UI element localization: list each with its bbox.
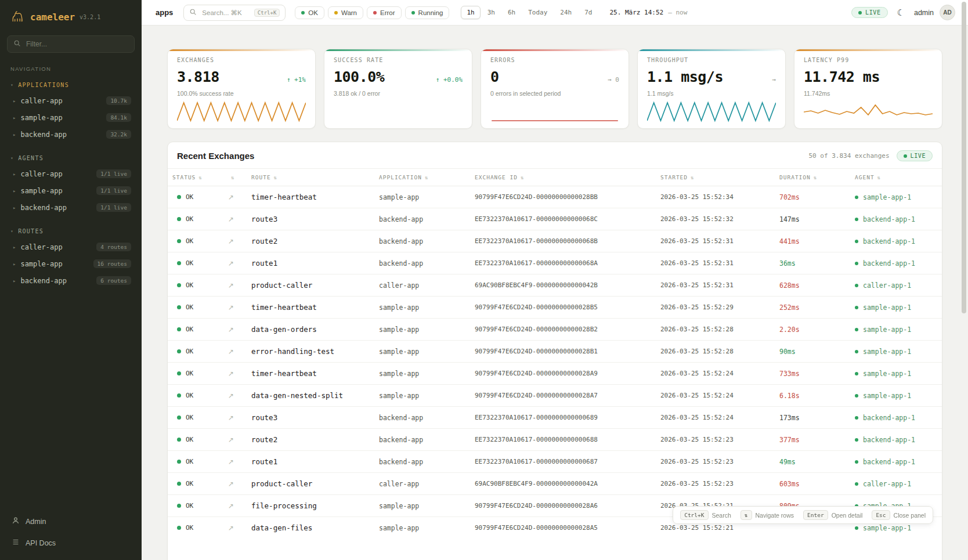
open-detail-icon[interactable]: ↗: [228, 524, 234, 532]
sidebar-item-route[interactable]: ▸ backend-app 6 routes: [7, 272, 135, 289]
status-ok-dot-icon: [177, 438, 181, 442]
theme-toggle[interactable]: ☾: [894, 6, 908, 19]
time-window[interactable]: 25. März 14:52— now: [609, 9, 687, 16]
agent-dot-icon: [855, 306, 858, 309]
open-detail-icon[interactable]: ↗: [228, 215, 234, 223]
search-input[interactable]: [201, 9, 250, 17]
time-range-button[interactable]: 24h: [554, 6, 577, 19]
column-header[interactable]: STARTED ⇅: [656, 169, 775, 186]
open-detail-icon[interactable]: ↗: [228, 304, 234, 312]
table-row[interactable]: OK ↗ data-gen-orders sample-app 90799F47…: [168, 318, 942, 340]
scrollbar-thumb[interactable]: [962, 2, 966, 313]
section-header-routes[interactable]: ▾ ROUTES: [7, 225, 135, 239]
sidebar-item-agent[interactable]: ▸ backend-app 1/1 live: [7, 199, 135, 216]
open-detail-icon[interactable]: ↗: [228, 458, 234, 466]
open-detail-icon[interactable]: ↗: [228, 281, 234, 290]
sidebar: cameleer v3.2.1 NAVIGATION ▾ APPLICATION…: [0, 0, 142, 560]
table-row[interactable]: OK ↗ timer-heartbeat sample-app 90799F47…: [168, 186, 942, 208]
avatar[interactable]: AD: [940, 5, 955, 20]
sidebar-item-agent[interactable]: ▸ sample-app 1/1 live: [7, 182, 135, 199]
exchange-id-cell: 90799F47E6CD24D-00000000000028A6: [470, 496, 656, 516]
stat-card[interactable]: LATENCY P99 11.742 ms 11.742ms: [794, 49, 942, 129]
time-range-button[interactable]: Today: [522, 6, 553, 19]
sort-icon[interactable]: ⇅: [521, 175, 524, 180]
stat-card[interactable]: ERRORS 0 → 0 0 errors in selected period: [481, 49, 629, 129]
stat-title: LATENCY P99: [804, 57, 933, 63]
table-row[interactable]: OK ↗ route2 backend-app EE7322370A10617-…: [168, 230, 942, 252]
agent-dot-icon: [855, 416, 858, 420]
live-indicator[interactable]: LIVE: [851, 7, 887, 18]
section-header-agents[interactable]: ▾ AGENTS: [7, 152, 135, 165]
open-detail-icon[interactable]: ↗: [228, 392, 234, 400]
column-header[interactable]: ROUTE ⇅: [247, 169, 374, 186]
open-detail-icon[interactable]: ↗: [228, 414, 234, 422]
table-row[interactable]: OK ↗ route3 backend-app EE7322370A10617-…: [168, 406, 942, 428]
table-row[interactable]: OK ↗ route1 backend-app EE7322370A10617-…: [168, 450, 942, 472]
global-search[interactable]: Ctrl+K: [183, 5, 286, 21]
sparkline-chart: [324, 100, 472, 124]
sort-icon[interactable]: ⇅: [425, 175, 428, 180]
table-row[interactable]: OK ↗ route1 backend-app EE7322370A10617-…: [168, 252, 942, 274]
table-row[interactable]: OK ↗ error-handling-test sample-app 9079…: [168, 340, 942, 362]
column-header[interactable]: DURATION ⇅: [775, 169, 850, 186]
status-filters: OK Warn Error Running: [295, 6, 449, 19]
section-header-applications[interactable]: ▾ APPLICATIONS: [7, 79, 135, 92]
chevron-right-icon: ▸: [13, 244, 16, 250]
open-detail-icon[interactable]: ↗: [228, 237, 234, 245]
time-range-button[interactable]: 7d: [579, 6, 598, 19]
page-scrollbar[interactable]: [962, 2, 966, 558]
open-detail-icon[interactable]: ↗: [228, 436, 234, 444]
sidebar-item-api-docs[interactable]: API Docs: [7, 533, 135, 553]
sort-icon[interactable]: ⇅: [231, 175, 234, 180]
filter-input[interactable]: [25, 39, 128, 49]
open-detail-icon[interactable]: ↗: [228, 348, 234, 356]
open-detail-icon[interactable]: ↗: [228, 502, 234, 510]
table-row[interactable]: OK ↗ product-caller caller-app 69AC90BF8…: [168, 472, 942, 494]
open-detail-icon[interactable]: ↗: [228, 370, 234, 378]
route-cell: data-gen-orders: [247, 319, 374, 340]
column-header[interactable]: AGENT ⇅: [850, 169, 942, 186]
stat-card[interactable]: EXCHANGES 3.818 ↑ +1% 100.0% success rat…: [167, 49, 316, 129]
column-header[interactable]: ⇅: [223, 169, 247, 186]
sidebar-item-admin[interactable]: Admin: [7, 511, 135, 532]
open-detail-icon[interactable]: ↗: [228, 193, 234, 201]
table-row[interactable]: OK ↗ data-gen-nested-split sample-app 90…: [168, 384, 942, 406]
sidebar-item-route[interactable]: ▸ sample-app 16 routes: [7, 255, 135, 272]
sidebar-item-route[interactable]: ▸ caller-app 4 routes: [7, 239, 135, 255]
sort-icon[interactable]: ⇅: [198, 175, 202, 180]
started-cell: 2026-03-25 15:52:34: [656, 187, 775, 207]
column-header[interactable]: STATUS ⇅: [168, 169, 223, 186]
table-row[interactable]: OK ↗ timer-heartbeat sample-app 90799F47…: [168, 296, 942, 318]
topbar: apps Ctrl+K OK Warn: [142, 0, 968, 26]
open-detail-icon[interactable]: ↗: [228, 259, 234, 268]
status-cell: OK: [168, 385, 223, 406]
sidebar-item-application[interactable]: ▸ sample-app 84.1k: [7, 109, 135, 126]
status-filter-chip[interactable]: Running: [405, 6, 450, 19]
open-detail-icon[interactable]: ↗: [228, 326, 234, 334]
table-row[interactable]: OK ↗ route2 backend-app EE7322370A10617-…: [168, 428, 942, 450]
table-row[interactable]: OK ↗ route3 backend-app EE7322370A10617-…: [168, 208, 942, 230]
open-detail-icon[interactable]: ↗: [228, 480, 234, 488]
application-cell: sample-app: [374, 363, 470, 384]
sort-icon[interactable]: ⇅: [814, 175, 817, 180]
time-range-button[interactable]: 3h: [482, 6, 501, 19]
sort-icon[interactable]: ⇅: [691, 175, 694, 180]
sidebar-filter[interactable]: [7, 35, 135, 53]
time-range-button[interactable]: 6h: [502, 6, 521, 19]
table-row[interactable]: OK ↗ timer-heartbeat sample-app 90799F47…: [168, 362, 942, 384]
status-filter-chip[interactable]: Error: [367, 6, 402, 19]
time-range-button[interactable]: 1h: [461, 6, 480, 19]
section-routes: ▾ ROUTES ▸ caller-app 4 routes ▸ sample-…: [7, 225, 135, 289]
status-filter-chip[interactable]: Warn: [328, 6, 363, 19]
column-header[interactable]: EXCHANGE ID ⇅: [470, 169, 656, 186]
status-filter-chip[interactable]: OK: [295, 6, 324, 19]
stat-card[interactable]: SUCCESS RATE 100.0% ↑ +0.0% 3.818 ok / 0…: [324, 49, 472, 129]
table-row[interactable]: OK ↗ product-caller caller-app 69AC90BF8…: [168, 274, 942, 296]
sidebar-item-application[interactable]: ▸ backend-app 32.2k: [7, 126, 135, 143]
sort-icon[interactable]: ⇅: [274, 175, 277, 180]
column-header[interactable]: APPLICATION ⇅: [374, 169, 470, 186]
sidebar-item-agent[interactable]: ▸ caller-app 1/1 live: [7, 165, 135, 182]
sort-icon[interactable]: ⇅: [877, 175, 881, 180]
sidebar-item-application[interactable]: ▸ caller-app 10.7k: [7, 92, 135, 109]
stat-card[interactable]: THROUGHPUT 1.1 msg/s → 1.1 msg/s: [637, 49, 786, 129]
